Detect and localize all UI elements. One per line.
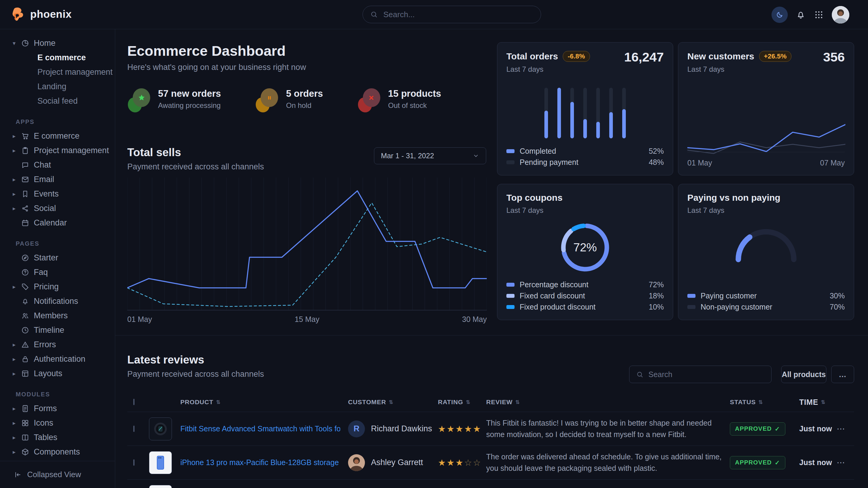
customer-avatar: R [348, 421, 365, 437]
global-search-input[interactable] [383, 10, 533, 19]
table-row: iPhone 13 pro max-Pacific Blue-128GB sto… [127, 446, 854, 479]
notifications-button[interactable] [796, 10, 806, 20]
column-header-rating[interactable]: RATING⇅ [434, 398, 482, 406]
row-menu-button[interactable]: ⋯ [837, 424, 845, 433]
collapse-sidebar-button[interactable]: Collapsed View [0, 461, 115, 488]
new-customers-title: New customers [687, 51, 754, 62]
latest-reviews-title: Latest reviews [127, 354, 264, 366]
legend-label: Paying customer [701, 291, 757, 300]
reviews-search-input[interactable] [648, 370, 765, 379]
select-all-checkbox[interactable] [133, 399, 134, 405]
rating-stars: ★★★★★ [438, 424, 482, 434]
sidebar-item-label: Email [34, 175, 54, 184]
sidebar-subitem-landing[interactable]: Landing [0, 79, 115, 94]
top-coupons-card: Top coupons Last 7 days 72% Percentage d… [497, 184, 673, 320]
stat-out-of-stock: 15 productsOut of stock [358, 88, 441, 112]
main-content: Ecommerce Dashboard Here's what's going … [115, 29, 868, 488]
column-header-time[interactable]: TIME⇅ [792, 398, 837, 406]
total-sells-chart [127, 177, 487, 311]
row-checkbox[interactable] [133, 426, 134, 432]
sidebar-section-label-modules: MODULES [0, 387, 115, 401]
sidebar-item-email[interactable]: ▸Email [0, 172, 115, 187]
envelope-icon [21, 175, 29, 184]
sidebar-item-layouts[interactable]: ▸Layouts [0, 366, 115, 381]
sidebar-item-social[interactable]: ▸Social [0, 201, 115, 216]
paying-card: Paying vs non paying Last 7 days Paying … [678, 184, 854, 320]
paying-title: Paying vs non paying [687, 193, 780, 203]
column-header-product[interactable]: PRODUCT⇅ [180, 398, 348, 406]
sidebar-item-e-commerce[interactable]: ▸E commerce [0, 129, 115, 143]
sidebar-subitem-project-management[interactable]: Project management [0, 65, 115, 79]
compass-icon [21, 254, 29, 262]
sidebar-item-home[interactable]: ▾Home [0, 36, 115, 50]
share-icon [21, 204, 29, 213]
sidebar-item-events[interactable]: ▸Events [0, 187, 115, 201]
customer-avatar [348, 454, 365, 471]
status-badge: APPROVED✓ [730, 422, 785, 435]
row-menu-button[interactable]: ⋯ [837, 458, 845, 467]
column-header-review[interactable]: REVIEW⇅ [482, 398, 722, 406]
sidebar-item-project-management[interactable]: ▸Project management [0, 143, 115, 158]
column-title: REVIEW [486, 398, 513, 406]
user-avatar[interactable] [832, 6, 849, 24]
column-header-status[interactable]: STATUS⇅ [722, 398, 792, 406]
calendar-icon [21, 219, 29, 227]
sidebar-item-pricing[interactable]: ▸Pricing [0, 280, 115, 294]
product-thumbnail[interactable] [149, 485, 172, 488]
x-start: 01 May [687, 159, 712, 167]
order-bar-fill [583, 119, 587, 138]
caret-icon: ▸ [13, 176, 21, 183]
stat-value: 15 products [388, 88, 441, 99]
product-thumbnail[interactable] [149, 451, 172, 474]
product-link[interactable]: Fitbit Sense Advanced Smartwatch with To… [180, 424, 340, 433]
top-coupons-title: Top coupons [506, 193, 562, 203]
table-row-partial [127, 479, 854, 488]
new-customers-axis-line [687, 152, 845, 152]
sidebar-item-notifications[interactable]: Notifications [0, 294, 115, 308]
sidebar-item-icons[interactable]: ▸Icons [0, 416, 115, 430]
sidebar-item-authentication[interactable]: ▸Authentication [0, 352, 115, 366]
legend-row-completed: Completed52% [506, 145, 664, 157]
sort-icon: ⇅ [516, 399, 520, 405]
apps-grid-button[interactable] [814, 10, 824, 20]
all-products-button[interactable]: All products [781, 366, 826, 383]
sidebar-item-label: Starter [34, 253, 58, 263]
sidebar-item-components[interactable]: ▸Components [0, 445, 115, 459]
sidebar-item-chat[interactable]: Chat [0, 158, 115, 172]
legend-row-fixed-card-discount: Fixed card discount18% [506, 290, 664, 301]
sidebar-item-members[interactable]: Members [0, 308, 115, 323]
sidebar-item-label: Pricing [34, 282, 59, 291]
reviews-more-button[interactable]: ... [831, 366, 854, 383]
clipboard-icon [21, 147, 29, 155]
sidebar-item-faq[interactable]: Faq [0, 265, 115, 280]
pause-icon [266, 94, 274, 102]
column-title: STATUS [730, 398, 756, 406]
sidebar-item-tables[interactable]: ▸Tables [0, 430, 115, 445]
circle-question-icon [21, 268, 29, 276]
legend-value: 72% [649, 280, 664, 289]
product-link[interactable]: iPhone 13 pro max-Pacific Blue-128GB sto… [180, 458, 340, 467]
brand-logo[interactable]: phoenix [11, 7, 72, 22]
theme-toggle-button[interactable] [772, 7, 788, 23]
sidebar-item-starter[interactable]: Starter [0, 251, 115, 265]
sidebar-subitem-social-feed[interactable]: Social feed [0, 94, 115, 108]
date-range-select[interactable]: Mar 1 - 31, 2022 [374, 148, 486, 164]
lock-icon [21, 355, 29, 363]
sidebar-item-label: Tables [34, 433, 57, 442]
star-filled-icon: ★ [438, 458, 447, 467]
column-header-customer[interactable]: CUSTOMER⇅ [348, 398, 434, 406]
x-icon [367, 94, 375, 102]
sidebar-item-forms[interactable]: ▸Forms [0, 401, 115, 416]
sidebar-item-timeline[interactable]: Timeline [0, 323, 115, 337]
sidebar-item-errors[interactable]: ▸Errors [0, 337, 115, 352]
order-stats-row: 57 new ordersAwating processing5 ordersO… [128, 88, 441, 112]
total-sells-header: Total sells Payment received across all … [127, 146, 264, 171]
product-thumbnail[interactable] [149, 418, 172, 441]
row-checkbox[interactable] [133, 459, 134, 466]
sidebar-subitem-e-commerce[interactable]: E commerce [0, 50, 115, 65]
top-coupons-legend: Percentage discount72%Fixed card discoun… [506, 279, 664, 313]
caret-icon: ▸ [13, 133, 21, 139]
sidebar-item-calendar[interactable]: Calendar [0, 216, 115, 230]
chevron-down-icon [473, 153, 479, 159]
legend-label: Fixed card discount [520, 291, 585, 300]
